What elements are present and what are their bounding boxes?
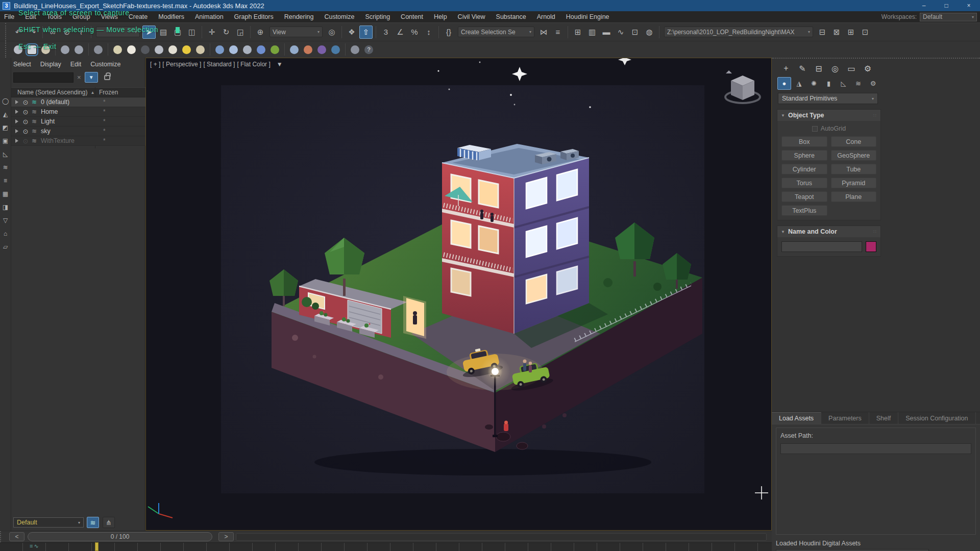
toggle-layer-explorer-icon[interactable]: ▥ bbox=[585, 26, 599, 39]
rollout-grip-icon[interactable]: ∷ bbox=[873, 113, 877, 118]
percent-snap-icon[interactable]: % bbox=[408, 26, 421, 39]
se-materials-icon[interactable]: ▽ bbox=[1, 214, 11, 227]
cat-geometry-icon[interactable]: ● bbox=[777, 77, 791, 90]
select-by-name-icon[interactable]: ▤ bbox=[157, 26, 170, 39]
schematic-view-icon[interactable]: ⊡ bbox=[628, 26, 642, 39]
grass-icon[interactable] bbox=[271, 45, 279, 54]
maximize-button[interactable]: □ bbox=[935, 0, 958, 11]
menu-content[interactable]: Content bbox=[401, 13, 423, 20]
viewport-general-label[interactable]: [ + ] bbox=[150, 61, 160, 68]
render-setup-icon[interactable] bbox=[331, 45, 340, 54]
plane-button[interactable]: Plane bbox=[831, 191, 877, 202]
layer-view-toggle[interactable]: ≋ bbox=[87, 517, 99, 528]
menu-customize[interactable]: Customize bbox=[324, 13, 354, 20]
angle-snap-icon[interactable]: ∠ bbox=[394, 26, 407, 39]
layer-row-withtexture[interactable]: ⊙ ≋ WithTexture * bbox=[11, 136, 145, 146]
se-containers-icon[interactable]: ⌂ bbox=[1, 228, 11, 240]
minimize-button[interactable]: – bbox=[913, 0, 935, 11]
lock-icon[interactable] bbox=[104, 75, 110, 80]
explorer-menu-customize[interactable]: Customize bbox=[90, 61, 120, 68]
material-balls-icon[interactable] bbox=[304, 45, 312, 54]
explorer-column-header[interactable]: Name (Sorted Ascending) ▲ Frozen bbox=[11, 87, 145, 97]
cat-helpers-icon[interactable]: ◺ bbox=[837, 77, 850, 90]
egg-icon[interactable] bbox=[196, 45, 205, 54]
workspaces-dropdown[interactable]: Default▾ bbox=[920, 13, 977, 21]
viewport-pov-label[interactable]: [ Perspective ] bbox=[162, 61, 201, 68]
tube-button[interactable]: Tube bbox=[831, 164, 877, 174]
textplus-button[interactable]: TextPlus bbox=[781, 205, 827, 216]
perspective-viewport[interactable]: [ + ][ Perspective ][ Standard ][ Flat C… bbox=[145, 58, 772, 531]
menu-modifiers[interactable]: Modifiers bbox=[158, 13, 184, 20]
menu-edit[interactable]: Edit bbox=[25, 13, 36, 20]
se-helpers-icon[interactable]: ◺ bbox=[1, 148, 11, 160]
unlink-icon[interactable]: ⊘ bbox=[60, 26, 74, 39]
previous-fr0ame-button[interactable]: < bbox=[9, 532, 24, 541]
mini-curve-editor-icon[interactable]: ≡∿ bbox=[30, 543, 40, 549]
rotate-icon[interactable]: ↻ bbox=[219, 26, 233, 39]
pyramid-button[interactable]: Pyramid bbox=[831, 178, 877, 188]
layer-row-sky[interactable]: ⊙ ≋ sky * bbox=[11, 127, 145, 136]
material-editor-icon[interactable]: ◍ bbox=[643, 26, 656, 39]
track-bar[interactable] bbox=[0, 542, 772, 551]
cat-shapes-icon[interactable]: ◮ bbox=[792, 77, 806, 90]
explorer-b-icon[interactable]: ⊠ bbox=[830, 26, 843, 39]
explorer-search-input[interactable] bbox=[13, 72, 74, 83]
filter-icon[interactable]: ▼ bbox=[85, 72, 98, 83]
viewport-filter-icon[interactable]: ▼ bbox=[277, 61, 283, 68]
tab-create[interactable]: + bbox=[778, 62, 794, 75]
name-color-rollout-header[interactable]: ▼ Name and Color ∷ bbox=[777, 226, 880, 237]
menu-substance[interactable]: Substance bbox=[496, 13, 526, 20]
loaded-assets-list[interactable] bbox=[776, 549, 929, 551]
sphere-outline-icon[interactable] bbox=[141, 45, 150, 54]
time-slider[interactable]: 0 / 100 bbox=[28, 532, 212, 541]
layer-row-home[interactable]: ⊙ ≋ Home * bbox=[11, 107, 145, 117]
se-cameras-icon[interactable]: ▣ bbox=[1, 135, 11, 147]
hierarchy-view-toggle[interactable]: ⋔ bbox=[103, 517, 115, 528]
moon-icon[interactable] bbox=[229, 45, 238, 54]
menu-arnold[interactable]: Arnold bbox=[537, 13, 555, 20]
plane-icon[interactable] bbox=[113, 45, 122, 54]
geosphere-button[interactable]: GeoSphere bbox=[831, 150, 877, 161]
move-icon[interactable]: ✛ bbox=[205, 26, 218, 39]
clapboard-icon[interactable] bbox=[61, 45, 69, 54]
select-manipulate-icon[interactable]: ❖ bbox=[345, 26, 358, 39]
scale-icon[interactable]: ◲ bbox=[234, 26, 247, 39]
close-button[interactable]: × bbox=[958, 0, 980, 11]
viewport-standard-label[interactable]: [ Standard ] bbox=[203, 61, 235, 68]
menu-houdini-engine[interactable]: Houdini Engine bbox=[566, 13, 609, 20]
se-shapes-icon[interactable]: ◭ bbox=[1, 108, 11, 120]
menu-graph-editors[interactable]: Graph Editors bbox=[234, 13, 274, 20]
sphere-icon[interactable] bbox=[127, 45, 136, 54]
render-teapot-icon[interactable] bbox=[14, 45, 22, 54]
named-selection-dropdown[interactable]: Create Selection Se▾ bbox=[458, 27, 534, 37]
explorer-preset-dropdown[interactable]: Default▾ bbox=[13, 517, 84, 528]
timeline-drag-handle[interactable] bbox=[0, 531, 3, 542]
cylinder-button[interactable]: Cylinder bbox=[781, 164, 827, 174]
tower-icon[interactable] bbox=[243, 45, 252, 54]
houdini-tab-parameters[interactable]: Parameters bbox=[821, 412, 869, 424]
select-link-icon[interactable]: ∞ bbox=[46, 26, 59, 39]
select-object-icon[interactable]: ➤ bbox=[142, 26, 156, 39]
object-name-field[interactable] bbox=[781, 241, 862, 252]
primitives-category-dropdown[interactable]: Standard Primitives▾ bbox=[778, 93, 878, 104]
slate-material-icon[interactable] bbox=[317, 45, 326, 54]
tab-utilities[interactable]: ⚙ bbox=[860, 62, 875, 75]
object-color-swatch[interactable] bbox=[866, 241, 876, 252]
flower-icon[interactable] bbox=[257, 45, 265, 54]
sphere-button[interactable]: Sphere bbox=[781, 150, 827, 161]
menu-create[interactable]: Create bbox=[129, 13, 148, 20]
timeline-playhead[interactable] bbox=[95, 542, 99, 551]
rollout-grip-icon[interactable]: ∷ bbox=[873, 229, 877, 234]
spinner-snap-icon[interactable]: ↕ bbox=[422, 26, 435, 39]
viewport-shading-label[interactable]: [ Flat Color ] bbox=[237, 61, 270, 68]
clear-search-icon[interactable]: × bbox=[77, 73, 81, 81]
menu-animation[interactable]: Animation bbox=[195, 13, 224, 20]
teapot-button[interactable]: Teapot bbox=[781, 191, 827, 202]
placement-icon[interactable]: ⊕ bbox=[254, 26, 267, 39]
cat-systems-icon[interactable]: ⚙ bbox=[866, 77, 880, 90]
menu-views[interactable]: Views bbox=[101, 13, 118, 20]
asset-path-input[interactable] bbox=[780, 443, 971, 454]
project-folder-dropdown[interactable]: Z:\personal\2010_LOP_RedBuildingNight\MA… bbox=[664, 27, 813, 37]
teapot-wire-icon[interactable] bbox=[155, 45, 163, 54]
selection-filter-dropdown[interactable]: ▾ bbox=[96, 27, 140, 37]
